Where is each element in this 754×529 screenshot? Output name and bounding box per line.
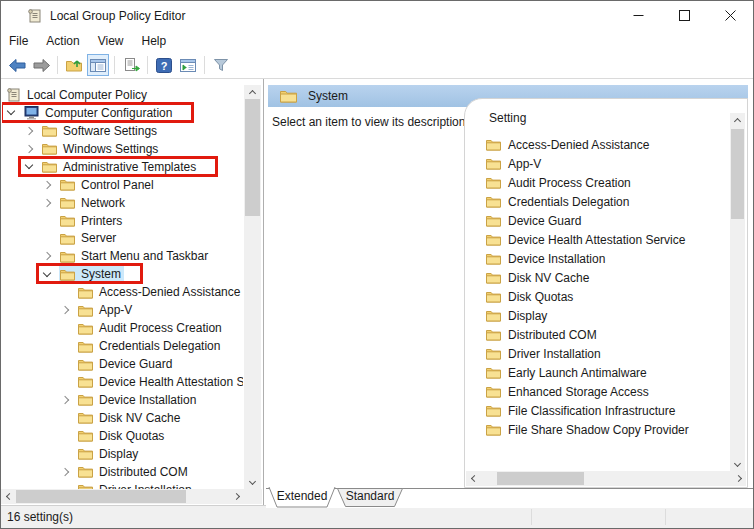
chevron-right-icon[interactable]: [23, 128, 41, 134]
setting-item-distributed-com[interactable]: Distributed COM: [465, 325, 729, 344]
show-properties-window-icon[interactable]: [177, 54, 199, 76]
tree-item-credentials-delegation[interactable]: Credentials Delegation: [2, 337, 243, 355]
tree-item-software-settings[interactable]: Software Settings: [2, 122, 243, 140]
chevron-right-icon[interactable]: [59, 397, 77, 403]
tree-item-start-menu-and-taskbar[interactable]: Start Menu and Taskbar: [2, 247, 243, 265]
tree-item-administrative-templates[interactable]: Administrative Templates: [2, 158, 243, 176]
tree-item-printers[interactable]: Printers: [2, 212, 243, 230]
scroll-up-arrow[interactable]: [730, 113, 745, 127]
forward-arrow-icon[interactable]: [30, 54, 52, 76]
setting-item-enhanced-storage-access[interactable]: Enhanced Storage Access: [465, 382, 729, 401]
setting-item-app-v[interactable]: App-V: [465, 154, 729, 173]
setting-item-early-launch-antimalware[interactable]: Early Launch Antimalware: [465, 363, 729, 382]
chevron-right-icon[interactable]: [41, 182, 59, 188]
setting-item-disk-nv-cache[interactable]: Disk NV Cache: [465, 268, 729, 287]
menu-bar: File Action View Help: [1, 30, 753, 52]
scroll-right-arrow[interactable]: [230, 489, 244, 504]
scroll-down-arrow[interactable]: [244, 475, 261, 489]
tree-vertical-scrollbar[interactable]: [244, 85, 261, 489]
folder-icon: [486, 138, 501, 151]
setting-item-label: Device Installation: [508, 252, 605, 266]
setting-item-display[interactable]: Display: [465, 306, 729, 325]
tree-item-server[interactable]: Server: [2, 230, 243, 248]
tree-item-access-denied-assistance[interactable]: Access-Denied Assistance: [2, 283, 243, 301]
tree-item-device-guard[interactable]: Device Guard: [2, 355, 243, 373]
minimize-button[interactable]: [615, 1, 661, 30]
setting-item-device-health-attestation-service[interactable]: Device Health Attestation Service: [465, 230, 729, 249]
tree-item-disk-nv-cache[interactable]: Disk NV Cache: [2, 409, 243, 427]
scrollbar-thumb[interactable]: [731, 129, 744, 219]
show-hide-console-tree-icon[interactable]: [87, 54, 109, 76]
scroll-up-arrow[interactable]: [244, 85, 261, 99]
scroll-left-arrow[interactable]: [466, 471, 480, 486]
tree-item-display[interactable]: Display: [2, 445, 243, 463]
scroll-left-arrow[interactable]: [1, 489, 15, 504]
list-vertical-scrollbar[interactable]: [730, 113, 745, 471]
help-icon[interactable]: ?: [153, 54, 175, 76]
filter-icon[interactable]: [210, 54, 232, 76]
tree-item-label: Local Computer Policy: [27, 88, 147, 102]
tree-item-label: Printers: [81, 214, 122, 228]
chevron-right-icon[interactable]: [41, 200, 59, 206]
chevron-right-icon[interactable]: [41, 253, 59, 259]
menu-view[interactable]: View: [89, 31, 133, 51]
folder-icon: [486, 404, 501, 417]
export-list-icon[interactable]: [120, 54, 142, 76]
tree-item-device-health-attestation-s[interactable]: Device Health Attestation S: [2, 373, 243, 391]
tree-item-computer-configuration[interactable]: Computer Configuration: [2, 104, 243, 122]
setting-item-audit-process-creation[interactable]: Audit Process Creation: [465, 173, 729, 192]
close-button[interactable]: [707, 1, 753, 30]
setting-item-device-guard[interactable]: Device Guard: [465, 211, 729, 230]
folder-icon: [486, 233, 501, 246]
setting-item-label: File Share Shadow Copy Provider: [508, 423, 689, 437]
menu-action[interactable]: Action: [37, 31, 88, 51]
chevron-down-icon[interactable]: [41, 273, 59, 276]
tree-item-local-computer-policy[interactable]: Local Computer Policy: [2, 86, 243, 104]
tree-item-app-v[interactable]: App-V: [2, 301, 243, 319]
folder-icon: [60, 250, 76, 263]
tree-item-system[interactable]: System: [2, 265, 243, 283]
setting-item-label: Device Guard: [508, 214, 581, 228]
tree-horizontal-scrollbar[interactable]: [1, 489, 244, 504]
scrollbar-thumb[interactable]: [16, 490, 186, 503]
setting-item-file-classification-infrastructure[interactable]: File Classification Infrastructure: [465, 401, 729, 420]
setting-item-driver-installation[interactable]: Driver Installation: [465, 344, 729, 363]
setting-item-device-installation[interactable]: Device Installation: [465, 249, 729, 268]
tree-item-audit-process-creation[interactable]: Audit Process Creation: [2, 319, 243, 337]
tab-extended[interactable]: Extended: [268, 487, 336, 508]
tree-item-network[interactable]: Network: [2, 194, 243, 212]
setting-item-access-denied-assistance[interactable]: Access-Denied Assistance: [465, 135, 729, 154]
back-arrow-icon[interactable]: [6, 54, 28, 76]
tree-item-disk-quotas[interactable]: Disk Quotas: [2, 427, 243, 445]
tree-item-windows-settings[interactable]: Windows Settings: [2, 140, 243, 158]
svg-text:?: ?: [161, 59, 168, 71]
tree-item-label: Windows Settings: [63, 142, 158, 156]
tree-item-driver-installation[interactable]: Driver Installation: [2, 481, 243, 489]
chevron-right-icon[interactable]: [59, 307, 77, 313]
up-one-level-folder-icon[interactable]: [63, 54, 85, 76]
tree-item-control-panel[interactable]: Control Panel: [2, 176, 243, 194]
chevron-right-icon[interactable]: [23, 146, 41, 152]
chevron-down-icon[interactable]: [23, 165, 41, 168]
tab-standard[interactable]: Standard: [337, 488, 403, 507]
scrollbar-thumb[interactable]: [497, 472, 584, 485]
folder-icon: [486, 309, 501, 322]
folder-icon: [60, 214, 76, 227]
maximize-button[interactable]: [661, 1, 707, 30]
tree-item-label: System: [81, 267, 121, 281]
chevron-right-icon[interactable]: [59, 469, 77, 475]
setting-column-header[interactable]: Setting: [489, 111, 526, 125]
setting-item-disk-quotas[interactable]: Disk Quotas: [465, 287, 729, 306]
menu-file[interactable]: File: [1, 31, 37, 51]
setting-item-credentials-delegation[interactable]: Credentials Delegation: [465, 192, 729, 211]
chevron-down-icon[interactable]: [5, 111, 23, 114]
scroll-down-arrow[interactable]: [730, 457, 745, 471]
list-horizontal-scrollbar[interactable]: [466, 471, 746, 486]
tree-item-device-installation[interactable]: Device Installation: [2, 391, 243, 409]
setting-item-file-share-shadow-copy-provider[interactable]: File Share Shadow Copy Provider: [465, 420, 729, 437]
scrollbar-thumb[interactable]: [245, 99, 260, 216]
menu-help[interactable]: Help: [133, 31, 176, 51]
scroll-right-arrow[interactable]: [732, 471, 746, 486]
setting-item-label: Driver Installation: [508, 347, 601, 361]
tree-item-distributed-com[interactable]: Distributed COM: [2, 463, 243, 481]
